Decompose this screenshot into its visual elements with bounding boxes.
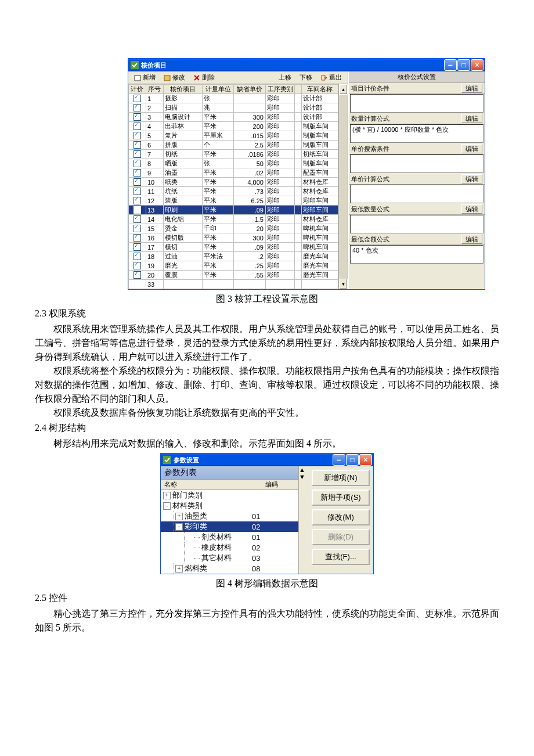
column-header[interactable]: 车间名称 [301,85,338,94]
expand-icon[interactable]: + [163,492,171,499]
tree-code: 02 [247,543,298,552]
input-pricing-condition[interactable] [350,94,484,113]
col-code-header: 编码 [245,480,298,489]
tree-row[interactable]: +燃料类08 [161,563,298,574]
scroll-down-icon[interactable]: ▼ [299,473,308,480]
table-row[interactable]: 15烫金千印20彩印啤机车间 [129,224,338,233]
table-row[interactable]: 13印刷平米.09彩印彩印车间 [129,206,338,215]
table-row[interactable]: 2扫描兆彩印设计部 [129,103,338,113]
add-item-button[interactable]: 新增项(N) [312,470,370,486]
input-qty-formula[interactable]: (横 * 直) / 10000 * 应印数量 * 色次 [350,124,484,143]
input-price-search[interactable] [350,154,484,173]
figure-3-caption: 图 3 核算工程设置示意图 [35,293,499,305]
edit-price-search-button[interactable]: 编辑 [461,144,482,153]
add-button[interactable]: 新增 [131,73,159,82]
tree-row[interactable]: -彩印类02 [161,521,298,532]
add-child-button[interactable]: 新增子项(S) [312,489,370,506]
scroll-down-icon[interactable]: ▼ [339,279,348,289]
tree-row[interactable]: 其它材料03 [161,553,298,563]
delete-button[interactable]: 删除(D) [312,529,370,545]
tree-row[interactable]: -材料类别 [161,501,298,511]
modify-button[interactable]: 修改(M) [312,509,370,525]
tree-row[interactable]: +油墨类01 [161,511,298,521]
collapse-icon[interactable]: - [163,502,171,510]
param-tree[interactable]: +部门类别-材料类别+油墨类01-彩印类02剂类材料01橡皮材料02其它材料03… [161,490,298,574]
table-row[interactable]: 6拼版个2.5彩印制版车间 [129,141,338,150]
table-row[interactable]: 8晒版张50彩印制版车间 [129,159,338,168]
edit-min-qty-button[interactable]: 编辑 [461,204,482,214]
input-min-qty[interactable] [350,215,484,233]
delete-button[interactable]: 删除 [190,73,218,82]
scroll-up-icon[interactable]: ▲ [299,466,308,473]
table-row[interactable]: 18过油平米法.2彩印磨光车间 [129,252,338,261]
edit-pricing-condition-button[interactable]: 编辑 [461,84,482,93]
table-row[interactable]: 33 [129,280,338,289]
formula-panel-title: 核价公式设置 [351,73,482,81]
edit-button[interactable]: 修改 [160,73,189,82]
edit-qty-formula-button[interactable]: 编辑 [461,114,482,123]
table-row[interactable]: 16模切版平米300彩印啤机车间 [129,233,338,243]
tree-row[interactable]: 橡皮材料02 [161,542,298,553]
table-row[interactable]: 7切纸平米.0186彩印切纸车间 [129,150,338,159]
body-text: 精心挑选了第三方控件，充分发挥第三方控件具有的强大功能特性，使系统的功能更全面、… [35,607,499,635]
collapse-icon[interactable]: - [175,523,183,531]
column-header[interactable]: 计量单位 [202,85,234,94]
column-header[interactable] [295,85,301,94]
column-header[interactable]: 缺省单价 [234,85,266,94]
table-row[interactable]: 11坑纸平米.73彩印材料仓库 [129,187,338,196]
expand-icon[interactable]: + [175,565,183,573]
table-row[interactable]: 3电脑设计平米300彩印设计部 [129,113,338,122]
section-2-3-heading: 2.3 权限系统 [35,308,499,320]
tree-label: 剂类材料 [201,532,232,542]
close-icon[interactable]: × [359,454,372,466]
table-row[interactable]: 4出菲林平米200彩印制版车间 [129,122,338,131]
tree-code: 01 [247,512,298,521]
table-row[interactable]: 1摄影张彩印设计部 [129,94,338,103]
titlebar[interactable]: 核价项目 ‒ □ × [128,59,485,71]
minimize-icon[interactable]: ‒ [333,454,345,466]
scroll-up-icon[interactable]: ▲ [339,84,348,95]
add-icon [134,74,141,81]
tree-code: 03 [247,554,298,563]
maximize-icon[interactable]: □ [346,454,359,466]
formula-panel: 核价公式设置 项目计价条件编辑 数量计算公式编辑 (横 * 直) / 10000… [348,71,485,289]
table-row[interactable]: 20覆膜平米.55彩印磨光车间 [129,271,338,280]
tree-row[interactable]: 剂类材料01 [161,532,298,542]
table-row[interactable]: 10纸类平米4,000彩印材料仓库 [129,178,338,187]
find-button[interactable]: 查找(F)... [312,549,370,565]
move-up-button[interactable]: 上移 [275,73,295,82]
table-row[interactable]: 9油墨平米.02彩印配墨车间 [129,168,338,178]
label-qty-formula: 数量计算公式 [351,114,389,123]
input-min-amount[interactable]: 40 * 色次 [350,245,484,264]
titlebar[interactable]: 参数设置 ‒ □ × [161,453,373,466]
edit-min-amount-button[interactable]: 编辑 [461,235,482,244]
close-icon[interactable]: × [471,59,484,71]
move-down-button[interactable]: 下移 [296,73,316,82]
pricing-table[interactable]: 计价序号核价项目计量单位缺省单价工序类别车间名称 1摄影张彩印设计部2扫描兆彩印… [128,84,338,289]
table-row[interactable]: 5复片平厘米.015彩印制版车间 [129,131,338,141]
exit-button[interactable]: 退出 [317,73,345,82]
input-price-formula[interactable] [350,185,484,203]
label-min-amount-formula: 最低金额公式 [351,235,389,244]
body-text: 权限系统及数据库备份恢复功能让系统数据有更高的平安性。 [35,406,499,420]
tree-row[interactable]: +部门类别 [161,490,298,501]
vertical-scrollbar[interactable]: ▲ ▼ [338,84,348,289]
edit-icon [164,74,171,81]
param-settings-window: 参数设置 ‒ □ × 参数列表 名称 编码 +部门类别-材料类别+油墨类01-彩… [160,453,374,574]
expand-icon[interactable]: + [175,513,183,520]
app-icon [131,61,139,69]
column-header[interactable]: 工序类别 [265,85,294,94]
table-row[interactable]: 17模切平米.09彩印啤机车间 [129,243,338,252]
edit-price-formula-button[interactable]: 编辑 [461,174,482,183]
minimize-icon[interactable]: ‒ [444,59,457,71]
app-icon [163,456,171,464]
tree-code: 01 [247,533,298,542]
table-row[interactable]: 12装版平米6.25彩印彩印车间 [129,196,338,206]
table-row[interactable]: 14电化铝平米1.5彩印材料仓库 [129,215,338,224]
column-header[interactable]: 序号 [146,85,163,94]
maximize-icon[interactable]: □ [457,59,470,71]
column-header[interactable]: 计价 [129,85,146,94]
vertical-scrollbar[interactable]: ▲ ▼ [298,466,308,574]
table-row[interactable]: 19磨光平米.25彩印磨光车间 [129,261,338,271]
column-header[interactable]: 核价项目 [163,85,202,94]
